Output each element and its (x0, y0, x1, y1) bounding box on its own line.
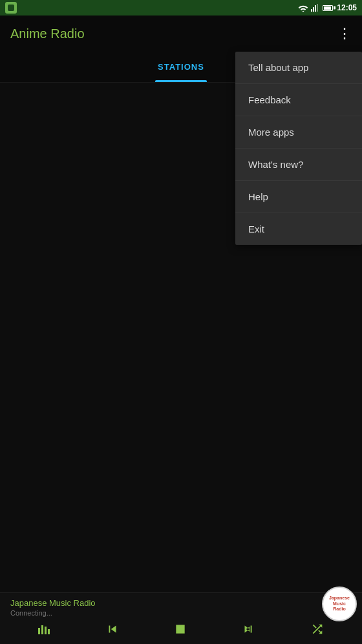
player-info: Japanese Music Radio Connecting... Japan… (0, 593, 362, 617)
tab-active-indicator (155, 80, 207, 82)
stop-button[interactable] (174, 623, 187, 639)
status-left (5, 2, 17, 14)
svg-rect-8 (48, 629, 50, 634)
status-time: 12:05 (337, 3, 357, 12)
menu-item-whats-new[interactable]: What's new? (235, 149, 362, 181)
player-text: Japanese Music Radio Connecting... (10, 598, 96, 617)
signal-icon (311, 4, 319, 12)
player-station-name: Japanese Music Radio (10, 598, 96, 608)
battery-icon (323, 5, 333, 11)
tab-stations-label: STATIONS (158, 62, 204, 72)
svg-rect-6 (41, 625, 43, 634)
player-controls (0, 618, 362, 639)
more-options-button[interactable]: ⋮ (337, 25, 352, 42)
player-circle-text: Japanese Music Radio (329, 596, 350, 612)
svg-rect-4 (317, 4, 318, 12)
dropdown-menu: Tell about app Feedback More apps What's… (235, 52, 362, 245)
wifi-icon (298, 4, 308, 12)
menu-item-exit[interactable]: Exit (235, 213, 362, 245)
menu-item-help[interactable]: Help (235, 181, 362, 213)
status-bar: 12:05 (0, 0, 362, 16)
menu-item-more-apps[interactable]: More apps (235, 116, 362, 149)
status-right: 12:05 (298, 3, 357, 12)
svg-point-0 (303, 11, 304, 12)
next-button[interactable] (241, 622, 255, 639)
svg-rect-1 (311, 9, 312, 12)
app-title: Anime Radio (10, 26, 85, 41)
menu-item-tell-about-app[interactable]: Tell about app (235, 52, 362, 84)
app-bar: Anime Radio ⋮ (0, 16, 362, 52)
player-status: Connecting... (10, 609, 96, 617)
visualizer-button[interactable] (37, 623, 50, 639)
svg-rect-9 (176, 625, 184, 633)
svg-rect-2 (313, 7, 314, 12)
svg-rect-3 (315, 5, 316, 12)
player-bar: Japanese Music Radio Connecting... Japan… (0, 592, 362, 644)
player-station-circle: Japanese Music Radio (322, 587, 357, 621)
svg-rect-7 (45, 627, 47, 634)
prev-button[interactable] (105, 622, 120, 639)
app-status-icon (5, 2, 17, 14)
shuffle-button[interactable] (310, 622, 325, 639)
svg-rect-5 (38, 628, 40, 634)
menu-item-feedback[interactable]: Feedback (235, 84, 362, 116)
